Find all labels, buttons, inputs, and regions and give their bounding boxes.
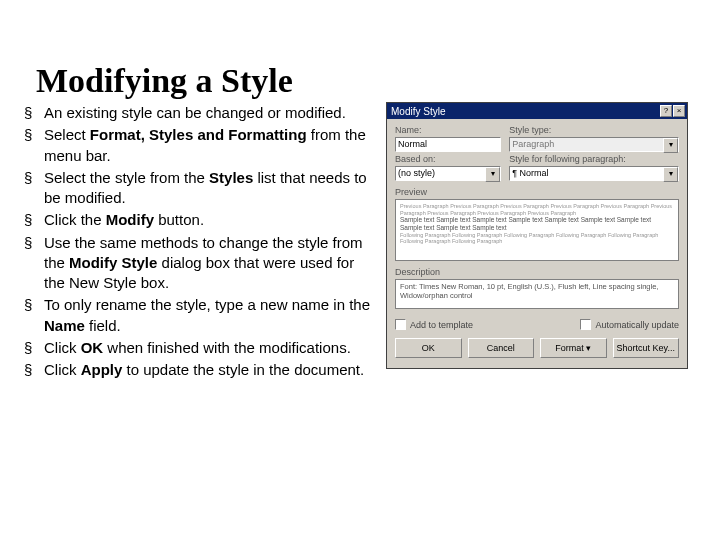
cancel-button[interactable]: Cancel [468, 338, 535, 358]
auto-update-label: Automatically update [595, 320, 679, 330]
bullet-bold: Format, Styles and Formatting [90, 126, 307, 143]
preview-label: Preview [395, 187, 679, 197]
bullet-bold: Modify Style [69, 254, 157, 271]
bullet-bold: Styles [209, 169, 253, 186]
add-to-template-checkbox[interactable]: Add to template [395, 319, 473, 330]
auto-update-checkbox[interactable]: Automatically update [580, 319, 679, 330]
bullet-bold: Apply [81, 361, 123, 378]
bullet-item: An existing style can be changed or modi… [24, 102, 378, 124]
preview-box: Previous Paragraph Previous Paragraph Pr… [395, 199, 679, 261]
based-on-label: Based on: [395, 154, 501, 164]
following-style-label: Style for following paragraph: [509, 154, 679, 164]
shortcut-key-button[interactable]: Shortcut Key... [613, 338, 680, 358]
close-button[interactable]: × [673, 105, 685, 117]
description-label: Description [395, 267, 679, 277]
bullet-item: Select the style from the Styles list th… [24, 167, 378, 210]
following-style-select[interactable]: ¶ Normal [509, 166, 679, 181]
bullet-item: Select Format, Styles and Formatting fro… [24, 124, 378, 167]
modify-style-dialog: Modify Style ? × Name: Normal Style type… [386, 102, 688, 369]
style-type-select[interactable]: Paragraph [509, 137, 679, 152]
slide-title: Modifying a Style [36, 62, 720, 100]
bullet-item: Use the same methods to change the style… [24, 232, 378, 295]
format-button[interactable]: Format ▾ [540, 338, 607, 358]
dialog-title: Modify Style [391, 106, 445, 117]
bullet-item: Click Apply to update the style in the d… [24, 359, 378, 381]
ok-button[interactable]: OK [395, 338, 462, 358]
based-on-select[interactable]: (no style) [395, 166, 501, 181]
dialog-titlebar: Modify Style ? × [387, 103, 687, 119]
add-to-template-label: Add to template [410, 320, 473, 330]
bullet-bold: Name [44, 317, 85, 334]
style-type-label: Style type: [509, 125, 679, 135]
bullet-item: Click the Modify button. [24, 209, 378, 231]
bullet-list: An existing style can be changed or modi… [18, 102, 378, 381]
help-button[interactable]: ? [660, 105, 672, 117]
name-label: Name: [395, 125, 501, 135]
checkbox-icon [395, 319, 406, 330]
bullet-item: To only rename the style, type a new nam… [24, 294, 378, 337]
description-box: Font: Times New Roman, 10 pt, English (U… [395, 279, 679, 309]
checkbox-icon [580, 319, 591, 330]
name-field[interactable]: Normal [395, 137, 501, 152]
bullet-bold: OK [81, 339, 104, 356]
bullet-bold: Modify [106, 211, 154, 228]
bullet-item: Click OK when finished with the modifica… [24, 337, 378, 359]
